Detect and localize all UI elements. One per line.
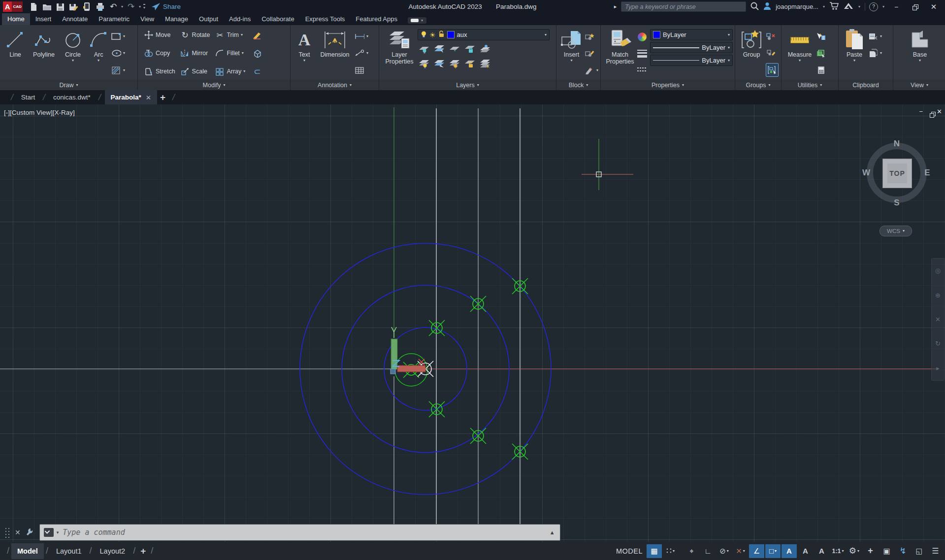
layout-tab-layout1[interactable]: Layout1 <box>50 543 88 559</box>
panel-label-view[interactable]: View▾ <box>893 80 945 90</box>
window-close-button[interactable]: ✕ <box>926 1 941 12</box>
workspace-switching[interactable]: ⚙▾ <box>847 544 862 558</box>
search-icon[interactable] <box>750 1 759 12</box>
layout-tab-layout2[interactable]: Layout2 <box>94 543 131 559</box>
tab-manage[interactable]: Manage <box>160 13 194 25</box>
line-button[interactable]: Line <box>3 27 28 80</box>
move-button[interactable]: Move <box>144 29 175 41</box>
trim-button[interactable]: ✂Trim▾ <box>215 29 245 41</box>
panel-label-layers[interactable]: Layers▾ <box>379 80 556 90</box>
insert-button[interactable]: Insert ▾ <box>559 27 584 80</box>
help-icon[interactable]: ? <box>869 2 878 11</box>
nav-zoom-icon[interactable]: ✕ <box>935 316 941 323</box>
file-tab-start[interactable]: Start <box>17 91 39 103</box>
layer-walk-tool-icon[interactable] <box>479 58 491 69</box>
layer-unisolate-tool-icon[interactable] <box>433 58 446 69</box>
drawing-viewport[interactable]: [-][Custom View][X-Ray] − ✕ N E S W TOP … <box>0 104 945 542</box>
arc-caret-icon[interactable]: ▾ <box>98 59 99 63</box>
calculator-icon[interactable] <box>816 66 826 75</box>
edit-block-icon[interactable] <box>585 48 594 58</box>
object-snap-tracking-toggle[interactable]: ✕▾ <box>733 544 748 558</box>
ortho-toggle[interactable]: ∟ <box>700 544 716 558</box>
clean-screen-button[interactable]: ◱ <box>912 544 927 558</box>
copy-clip-caret-icon[interactable]: ▾ <box>880 51 882 55</box>
autodesk-logo-icon[interactable] <box>843 2 854 11</box>
base-button[interactable]: Base ▾ <box>906 27 934 80</box>
layer-on-icon[interactable] <box>421 31 427 39</box>
hatch-caret-icon[interactable]: ▾ <box>123 68 125 72</box>
nav-pan-icon[interactable]: ⊕ <box>935 292 941 299</box>
array-button[interactable]: Array▾ <box>215 65 245 78</box>
layer-freeze-tool-icon[interactable]: * <box>448 43 461 55</box>
status-customize-menu[interactable]: ☰ <box>928 544 943 558</box>
layer-freeze2-tool-icon[interactable] <box>448 58 461 69</box>
base-caret-icon[interactable]: ▾ <box>919 59 921 63</box>
leader-icon[interactable] <box>355 48 364 58</box>
undo-caret-icon[interactable]: ▾ <box>121 4 123 9</box>
tab-parametric[interactable]: Parametric <box>93 13 135 25</box>
isolate-objects-button[interactable]: ▣ <box>879 544 894 558</box>
command-prompt-icon[interactable] <box>44 528 54 537</box>
redo-icon[interactable]: ↷ <box>125 1 137 12</box>
layer-color-swatch[interactable] <box>447 31 455 38</box>
snap-toggle[interactable]: ∷▾ <box>663 544 678 558</box>
file-tab-close-icon[interactable]: ✕ <box>146 94 151 101</box>
table-icon[interactable] <box>355 66 364 75</box>
layer-isolate-tool-icon[interactable] <box>418 58 430 69</box>
rotate-button[interactable]: ↻Rotate <box>180 29 210 41</box>
user-avatar-icon[interactable] <box>763 1 772 12</box>
stretch-button[interactable]: Stretch <box>144 65 175 78</box>
command-customize-icon[interactable] <box>26 527 33 537</box>
command-close-icon[interactable]: ✕ <box>15 528 21 536</box>
create-block-icon[interactable] <box>585 32 594 41</box>
save-icon[interactable] <box>54 1 66 12</box>
viewcube-south[interactable]: S <box>894 198 899 208</box>
command-line-bar[interactable]: ▾ ▲ <box>39 524 560 541</box>
ribbon-display-toggle[interactable]: ▾ <box>408 17 426 24</box>
layer-lock-tool-icon[interactable] <box>463 43 476 55</box>
arc-button[interactable]: Arc ▾ <box>87 27 110 80</box>
wcs-selector[interactable]: WCS▾ <box>880 226 912 236</box>
new-file-icon[interactable] <box>28 1 39 12</box>
undo-icon[interactable]: ↶ <box>107 1 119 12</box>
autodesk-caret-icon[interactable]: ▾ <box>858 4 860 9</box>
text-button[interactable]: A Text ▾ <box>293 27 315 80</box>
panel-label-utilities[interactable]: Utilities▾ <box>782 80 838 90</box>
layer-unlock-tool-icon[interactable] <box>463 58 476 69</box>
paste-caret-icon[interactable]: ▾ <box>853 59 855 63</box>
window-minimize-button[interactable]: − <box>889 1 904 12</box>
dim-caret-icon[interactable]: ▾ <box>366 34 368 38</box>
annotation-visibility-toggle[interactable]: A <box>782 544 797 558</box>
panel-label-draw[interactable]: Draw▾ <box>0 80 137 90</box>
insert-caret-icon[interactable]: ▾ <box>570 59 572 63</box>
block-attr-caret-icon[interactable]: ▾ <box>596 68 598 72</box>
layer-make-current-tool-icon[interactable] <box>433 43 446 55</box>
viewport-minimize-icon[interactable]: − <box>919 108 923 115</box>
save-as-icon[interactable] <box>67 1 79 12</box>
model-space-toggle[interactable]: MODEL <box>616 547 643 555</box>
tab-output[interactable]: Output <box>194 13 224 25</box>
qat-customize-icon[interactable]: ▾ <box>143 4 145 10</box>
quick-calc-icon[interactable] <box>816 48 826 58</box>
layer-dropdown-caret-icon[interactable]: ▾ <box>545 33 547 37</box>
command-window-grip[interactable] <box>4 527 10 538</box>
erase-icon[interactable] <box>252 30 262 40</box>
panel-label-properties[interactable]: Properties▾ <box>601 80 735 90</box>
object-snap-toggle[interactable]: □▾ <box>765 544 781 558</box>
nav-wheel-icon[interactable]: ◎ <box>935 267 941 274</box>
isometric-drafting-toggle[interactable]: ∠ <box>749 544 764 558</box>
circle-caret-icon[interactable]: ▾ <box>72 59 74 63</box>
leader-caret-icon[interactable]: ▾ <box>366 51 368 55</box>
viewport-controls-label[interactable]: [-][Custom View][X-Ray] <box>4 109 75 116</box>
graphics-performance-button[interactable]: ↯ <box>895 544 911 558</box>
copy-clip-icon[interactable] <box>868 48 878 58</box>
block-attributes-icon[interactable] <box>585 66 594 75</box>
layout-tab-model[interactable]: Model <box>11 543 44 559</box>
linetype-dropdown[interactable]: ByLayer ▾ <box>650 55 733 66</box>
viewcube-east[interactable]: E <box>924 168 930 178</box>
search-expand-icon[interactable]: ▸ <box>614 3 617 10</box>
autocad-logo-icon[interactable]: ACAD <box>3 1 23 12</box>
layer-dropdown[interactable]: ☀ aux ▾ <box>418 29 550 40</box>
user-name[interactable]: joaopmarque... <box>776 3 818 10</box>
viewcube-top-face[interactable]: TOP <box>882 159 912 188</box>
